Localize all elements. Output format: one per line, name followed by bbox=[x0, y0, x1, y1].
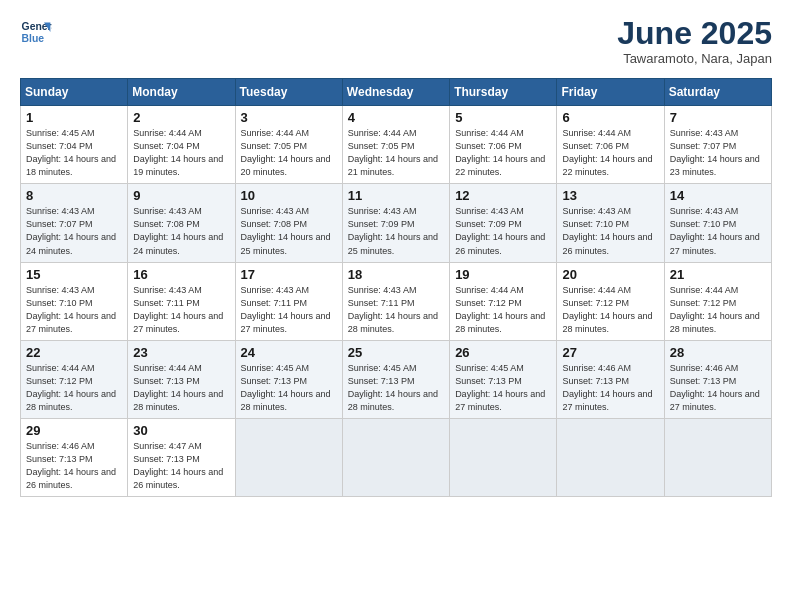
day-number: 24 bbox=[241, 345, 337, 360]
logo-icon: General Blue bbox=[20, 16, 52, 48]
calendar-cell: 13Sunrise: 4:43 AM Sunset: 7:10 PM Dayli… bbox=[557, 184, 664, 262]
day-info: Sunrise: 4:44 AM Sunset: 7:12 PM Dayligh… bbox=[455, 284, 551, 336]
title-block: June 2025 Tawaramoto, Nara, Japan bbox=[617, 16, 772, 66]
day-info: Sunrise: 4:44 AM Sunset: 7:12 PM Dayligh… bbox=[670, 284, 766, 336]
calendar-cell: 23Sunrise: 4:44 AM Sunset: 7:13 PM Dayli… bbox=[128, 340, 235, 418]
day-info: Sunrise: 4:43 AM Sunset: 7:11 PM Dayligh… bbox=[241, 284, 337, 336]
calendar-week-2: 8Sunrise: 4:43 AM Sunset: 7:07 PM Daylig… bbox=[21, 184, 772, 262]
day-info: Sunrise: 4:44 AM Sunset: 7:05 PM Dayligh… bbox=[348, 127, 444, 179]
weekday-thursday: Thursday bbox=[450, 79, 557, 106]
day-number: 19 bbox=[455, 267, 551, 282]
day-info: Sunrise: 4:46 AM Sunset: 7:13 PM Dayligh… bbox=[670, 362, 766, 414]
day-info: Sunrise: 4:43 AM Sunset: 7:10 PM Dayligh… bbox=[670, 205, 766, 257]
day-number: 29 bbox=[26, 423, 122, 438]
calendar-cell: 26Sunrise: 4:45 AM Sunset: 7:13 PM Dayli… bbox=[450, 340, 557, 418]
calendar-cell: 17Sunrise: 4:43 AM Sunset: 7:11 PM Dayli… bbox=[235, 262, 342, 340]
calendar-cell: 21Sunrise: 4:44 AM Sunset: 7:12 PM Dayli… bbox=[664, 262, 771, 340]
calendar-week-1: 1Sunrise: 4:45 AM Sunset: 7:04 PM Daylig… bbox=[21, 106, 772, 184]
weekday-tuesday: Tuesday bbox=[235, 79, 342, 106]
calendar-cell bbox=[450, 418, 557, 496]
calendar-cell: 29Sunrise: 4:46 AM Sunset: 7:13 PM Dayli… bbox=[21, 418, 128, 496]
day-number: 15 bbox=[26, 267, 122, 282]
day-info: Sunrise: 4:43 AM Sunset: 7:10 PM Dayligh… bbox=[26, 284, 122, 336]
month-title: June 2025 bbox=[617, 16, 772, 51]
calendar-cell: 7Sunrise: 4:43 AM Sunset: 7:07 PM Daylig… bbox=[664, 106, 771, 184]
day-info: Sunrise: 4:43 AM Sunset: 7:09 PM Dayligh… bbox=[455, 205, 551, 257]
day-number: 2 bbox=[133, 110, 229, 125]
day-number: 10 bbox=[241, 188, 337, 203]
calendar-cell: 12Sunrise: 4:43 AM Sunset: 7:09 PM Dayli… bbox=[450, 184, 557, 262]
day-info: Sunrise: 4:47 AM Sunset: 7:13 PM Dayligh… bbox=[133, 440, 229, 492]
location-subtitle: Tawaramoto, Nara, Japan bbox=[617, 51, 772, 66]
day-info: Sunrise: 4:43 AM Sunset: 7:07 PM Dayligh… bbox=[670, 127, 766, 179]
calendar-cell: 8Sunrise: 4:43 AM Sunset: 7:07 PM Daylig… bbox=[21, 184, 128, 262]
calendar-cell bbox=[235, 418, 342, 496]
day-number: 23 bbox=[133, 345, 229, 360]
day-number: 21 bbox=[670, 267, 766, 282]
svg-text:Blue: Blue bbox=[22, 33, 45, 44]
day-info: Sunrise: 4:43 AM Sunset: 7:10 PM Dayligh… bbox=[562, 205, 658, 257]
day-info: Sunrise: 4:45 AM Sunset: 7:13 PM Dayligh… bbox=[348, 362, 444, 414]
calendar-cell: 28Sunrise: 4:46 AM Sunset: 7:13 PM Dayli… bbox=[664, 340, 771, 418]
day-info: Sunrise: 4:43 AM Sunset: 7:07 PM Dayligh… bbox=[26, 205, 122, 257]
calendar-cell: 9Sunrise: 4:43 AM Sunset: 7:08 PM Daylig… bbox=[128, 184, 235, 262]
calendar-cell: 18Sunrise: 4:43 AM Sunset: 7:11 PM Dayli… bbox=[342, 262, 449, 340]
day-number: 7 bbox=[670, 110, 766, 125]
calendar-cell: 20Sunrise: 4:44 AM Sunset: 7:12 PM Dayli… bbox=[557, 262, 664, 340]
calendar-cell: 16Sunrise: 4:43 AM Sunset: 7:11 PM Dayli… bbox=[128, 262, 235, 340]
calendar-cell: 14Sunrise: 4:43 AM Sunset: 7:10 PM Dayli… bbox=[664, 184, 771, 262]
day-info: Sunrise: 4:45 AM Sunset: 7:04 PM Dayligh… bbox=[26, 127, 122, 179]
day-number: 28 bbox=[670, 345, 766, 360]
weekday-saturday: Saturday bbox=[664, 79, 771, 106]
calendar-cell: 24Sunrise: 4:45 AM Sunset: 7:13 PM Dayli… bbox=[235, 340, 342, 418]
calendar-cell: 25Sunrise: 4:45 AM Sunset: 7:13 PM Dayli… bbox=[342, 340, 449, 418]
calendar-cell: 3Sunrise: 4:44 AM Sunset: 7:05 PM Daylig… bbox=[235, 106, 342, 184]
day-number: 4 bbox=[348, 110, 444, 125]
day-info: Sunrise: 4:46 AM Sunset: 7:13 PM Dayligh… bbox=[26, 440, 122, 492]
day-info: Sunrise: 4:44 AM Sunset: 7:05 PM Dayligh… bbox=[241, 127, 337, 179]
day-info: Sunrise: 4:46 AM Sunset: 7:13 PM Dayligh… bbox=[562, 362, 658, 414]
calendar-table: SundayMondayTuesdayWednesdayThursdayFrid… bbox=[20, 78, 772, 497]
calendar-cell: 1Sunrise: 4:45 AM Sunset: 7:04 PM Daylig… bbox=[21, 106, 128, 184]
day-info: Sunrise: 4:44 AM Sunset: 7:12 PM Dayligh… bbox=[26, 362, 122, 414]
day-number: 1 bbox=[26, 110, 122, 125]
calendar-week-3: 15Sunrise: 4:43 AM Sunset: 7:10 PM Dayli… bbox=[21, 262, 772, 340]
calendar-cell: 11Sunrise: 4:43 AM Sunset: 7:09 PM Dayli… bbox=[342, 184, 449, 262]
day-number: 9 bbox=[133, 188, 229, 203]
calendar-week-5: 29Sunrise: 4:46 AM Sunset: 7:13 PM Dayli… bbox=[21, 418, 772, 496]
calendar-week-4: 22Sunrise: 4:44 AM Sunset: 7:12 PM Dayli… bbox=[21, 340, 772, 418]
header: General Blue June 2025 Tawaramoto, Nara,… bbox=[20, 16, 772, 66]
calendar-cell: 6Sunrise: 4:44 AM Sunset: 7:06 PM Daylig… bbox=[557, 106, 664, 184]
day-number: 13 bbox=[562, 188, 658, 203]
day-number: 14 bbox=[670, 188, 766, 203]
day-info: Sunrise: 4:44 AM Sunset: 7:13 PM Dayligh… bbox=[133, 362, 229, 414]
day-number: 16 bbox=[133, 267, 229, 282]
day-info: Sunrise: 4:43 AM Sunset: 7:08 PM Dayligh… bbox=[133, 205, 229, 257]
day-info: Sunrise: 4:43 AM Sunset: 7:11 PM Dayligh… bbox=[348, 284, 444, 336]
day-number: 20 bbox=[562, 267, 658, 282]
day-number: 8 bbox=[26, 188, 122, 203]
day-number: 17 bbox=[241, 267, 337, 282]
day-number: 18 bbox=[348, 267, 444, 282]
day-info: Sunrise: 4:43 AM Sunset: 7:09 PM Dayligh… bbox=[348, 205, 444, 257]
day-info: Sunrise: 4:44 AM Sunset: 7:06 PM Dayligh… bbox=[455, 127, 551, 179]
calendar-cell bbox=[557, 418, 664, 496]
calendar-cell: 2Sunrise: 4:44 AM Sunset: 7:04 PM Daylig… bbox=[128, 106, 235, 184]
calendar-cell: 10Sunrise: 4:43 AM Sunset: 7:08 PM Dayli… bbox=[235, 184, 342, 262]
day-number: 12 bbox=[455, 188, 551, 203]
calendar-cell: 15Sunrise: 4:43 AM Sunset: 7:10 PM Dayli… bbox=[21, 262, 128, 340]
day-info: Sunrise: 4:44 AM Sunset: 7:12 PM Dayligh… bbox=[562, 284, 658, 336]
calendar-cell: 27Sunrise: 4:46 AM Sunset: 7:13 PM Dayli… bbox=[557, 340, 664, 418]
day-info: Sunrise: 4:43 AM Sunset: 7:11 PM Dayligh… bbox=[133, 284, 229, 336]
day-number: 5 bbox=[455, 110, 551, 125]
logo: General Blue bbox=[20, 16, 52, 48]
calendar-cell: 22Sunrise: 4:44 AM Sunset: 7:12 PM Dayli… bbox=[21, 340, 128, 418]
weekday-monday: Monday bbox=[128, 79, 235, 106]
calendar-cell bbox=[664, 418, 771, 496]
calendar-cell: 4Sunrise: 4:44 AM Sunset: 7:05 PM Daylig… bbox=[342, 106, 449, 184]
day-info: Sunrise: 4:44 AM Sunset: 7:06 PM Dayligh… bbox=[562, 127, 658, 179]
calendar-cell: 19Sunrise: 4:44 AM Sunset: 7:12 PM Dayli… bbox=[450, 262, 557, 340]
weekday-header-row: SundayMondayTuesdayWednesdayThursdayFrid… bbox=[21, 79, 772, 106]
calendar-body: 1Sunrise: 4:45 AM Sunset: 7:04 PM Daylig… bbox=[21, 106, 772, 497]
day-info: Sunrise: 4:44 AM Sunset: 7:04 PM Dayligh… bbox=[133, 127, 229, 179]
